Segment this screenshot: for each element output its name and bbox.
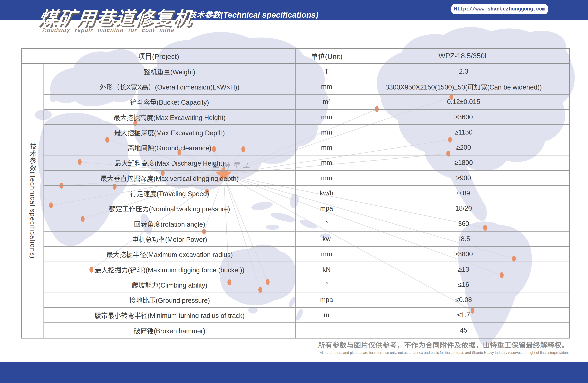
column-header-project: 项目(Project)	[21, 48, 295, 64]
spec-unit-cell: m³	[295, 94, 358, 109]
spec-value-cell: 3300X950X2150(1500)±50(可加宽(Can be widene…	[358, 79, 570, 94]
spec-label-cell: 最大挖掘力(铲斗)(Maximum digging force (bucket)…	[44, 262, 295, 277]
table-row: 电机总功率(Motor Power) kw 18.5	[21, 231, 570, 247]
spec-unit-cell	[295, 323, 358, 338]
spec-value-cell: 18.5	[358, 231, 570, 247]
table-row: 爬坡能力(Climbing ability) ° ≤16	[21, 277, 570, 292]
spec-label-cell: 履带最小转弯半径(Minimum turning radius of track…	[44, 307, 295, 323]
logo-title-cn: 煤矿用巷道修复机	[37, 3, 194, 30]
website-url-badge: Http://www.shantezhonggong.com	[451, 4, 548, 14]
spec-unit-cell: mm	[295, 109, 358, 125]
table-row: 技术参数(Technical specifications) 整机重量(Weig…	[21, 63, 570, 79]
spec-label-cell: 回转角度(rotation angle)	[44, 216, 295, 231]
column-header-model: WPZ-18.5/350L	[358, 48, 570, 64]
side-category-label: 技术参数(Technical specifications)	[21, 63, 44, 338]
table-row: 离地间隙(Ground clearance) mm ≥200	[21, 140, 570, 155]
website-url-text: Http://www.shantezhonggong.com	[454, 6, 545, 12]
table-row: 接地比压(Ground pressure) mpa ≤0.08	[21, 292, 570, 307]
spec-unit-cell: kw/h	[295, 186, 358, 201]
spec-value-cell: ≥1150	[358, 125, 570, 140]
spec-label-cell: 最大挖掘高度(Max Excavating Height)	[44, 109, 295, 125]
spec-value-cell: 0.89	[358, 186, 570, 201]
table-row: 最大挖掘力(铲斗)(Maximum digging force (bucket)…	[21, 262, 570, 277]
spec-table: 项目(Project) 单位(Unit) WPZ-18.5/350L 技术参数(…	[21, 48, 570, 339]
logo-subtitle-en: Roadway repair machine for coal mine	[42, 26, 173, 33]
spec-label-cell: 最大挖掘深度(Max Excavating Depth)	[44, 125, 295, 140]
spec-value-cell: ≤1.7	[358, 307, 570, 323]
spec-value-cell: ≥1800	[358, 155, 570, 170]
spec-sheet-page: 山特重工 煤矿用巷道修复机 Roadway repair machine for…	[0, 0, 588, 383]
page-title: 技术参数(Technical specifications)	[188, 8, 318, 20]
table-row: 最大垂直挖掘深度(Max vertical dingging depth) mm…	[21, 171, 570, 186]
spec-value-cell: 0.12±0.015	[358, 94, 570, 109]
disclaimer-en: All parameters and pictures are for refe…	[318, 351, 569, 355]
spec-unit-cell: °	[295, 216, 358, 231]
spec-unit-cell: mpa	[295, 201, 358, 216]
spec-value-cell: 2.3	[358, 63, 570, 79]
table-row: 回转角度(rotation angle) ° 360	[21, 216, 570, 231]
spec-unit-cell: mm	[295, 247, 358, 262]
spec-label-cell: 额定工作压力(Nominal working pressure)	[44, 201, 295, 216]
spec-label-cell: 最大卸料高度(Max Discharge Height)	[44, 155, 295, 170]
disclaimer: 所有参数与图片仅供参考，不作为合同附件及依据，山特重工保留最终解释权。 All …	[318, 340, 569, 355]
table-row: 最大卸料高度(Max Discharge Height) mm ≥1800	[21, 155, 570, 170]
table-row: 破碎锤(Broken hammer) 45	[21, 323, 570, 338]
spec-value-cell: 18/20	[358, 201, 570, 216]
disclaimer-cn: 所有参数与图片仅供参考，不作为合同附件及依据，山特重工保留最终解释权。	[318, 340, 569, 350]
spec-unit-cell: mm	[295, 79, 358, 94]
spec-value-cell: ≤0.08	[358, 292, 570, 307]
spec-unit-cell: mm	[295, 140, 358, 155]
spec-label-cell: 接地比压(Ground pressure)	[44, 292, 295, 307]
table-row: 最大挖掘高度(Max Excavating Height) mm ≥3600	[21, 109, 570, 125]
spec-unit-cell: mm	[295, 155, 358, 170]
column-header-unit: 单位(Unit)	[295, 48, 358, 64]
spec-label-cell: 电机总功率(Motor Power)	[44, 231, 295, 247]
spec-label-cell: 最大垂直挖掘深度(Max vertical dingging depth)	[44, 171, 295, 186]
table-header-row: 项目(Project) 单位(Unit) WPZ-18.5/350L	[21, 48, 570, 64]
table-row: 铲斗容量(Bucket Capacity) m³ 0.12±0.015	[21, 94, 570, 109]
spec-value-cell: 360	[358, 216, 570, 231]
table-row: 外形（长X宽X高）(Overall dimension(L×W×H)) mm 3…	[21, 79, 570, 94]
spec-label-cell: 整机重量(Weight)	[44, 63, 295, 79]
table-row: 行走速度(Traveling Speed) kw/h 0.89	[21, 186, 570, 201]
spec-unit-cell: T	[295, 63, 358, 79]
spec-unit-cell: °	[295, 277, 358, 292]
spec-value-cell: ≥3800	[358, 247, 570, 262]
spec-label-cell: 外形（长X宽X高）(Overall dimension(L×W×H))	[44, 79, 295, 94]
spec-value-cell: ≥13	[358, 262, 570, 277]
table-row: 履带最小转弯半径(Minimum turning radius of track…	[21, 307, 570, 323]
table-row: 最大挖掘半径(Maximum excavation radius) mm ≥38…	[21, 247, 570, 262]
spec-unit-cell: kN	[295, 262, 358, 277]
spec-label-cell: 铲斗容量(Bucket Capacity)	[44, 94, 295, 109]
spec-value-cell: ≥900	[358, 171, 570, 186]
spec-unit-cell: mpa	[295, 292, 358, 307]
spec-label-cell: 破碎锤(Broken hammer)	[44, 323, 295, 338]
spec-value-cell: ≤16	[358, 277, 570, 292]
spec-label-cell: 最大挖掘半径(Maximum excavation radius)	[44, 247, 295, 262]
spec-label-cell: 离地间隙(Ground clearance)	[44, 140, 295, 155]
spec-unit-cell: kw	[295, 231, 358, 247]
spec-unit-cell: m	[295, 307, 358, 323]
spec-value-cell: ≥200	[358, 140, 570, 155]
spec-value-cell: 45	[358, 323, 570, 338]
table-row: 额定工作压力(Nominal working pressure) mpa 18/…	[21, 201, 570, 216]
spec-unit-cell: mm	[295, 125, 358, 140]
table-row: 最大挖掘深度(Max Excavating Depth) mm ≥1150	[21, 125, 570, 140]
spec-label-cell: 行走速度(Traveling Speed)	[44, 186, 295, 201]
spec-label-cell: 爬坡能力(Climbing ability)	[44, 277, 295, 292]
spec-value-cell: ≥3600	[358, 109, 570, 125]
spec-unit-cell: mm	[295, 171, 358, 186]
